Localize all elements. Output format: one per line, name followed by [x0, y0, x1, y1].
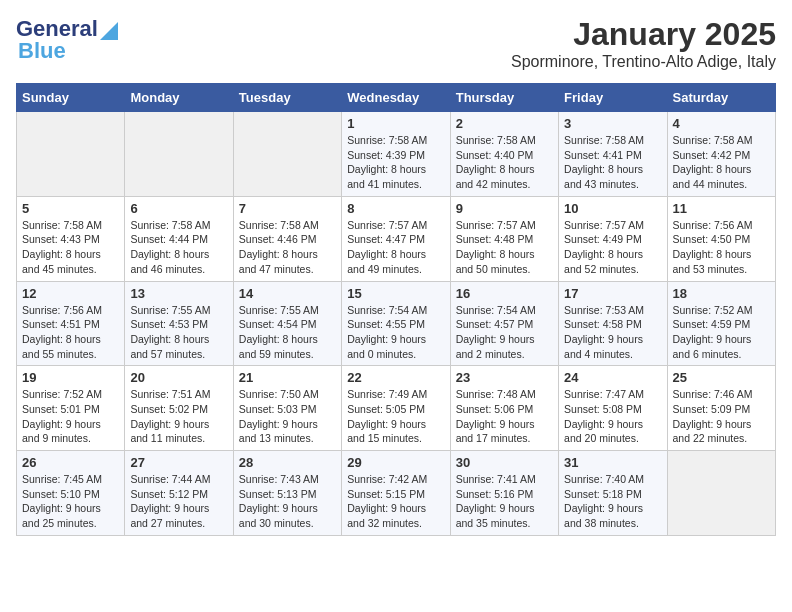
day-number: 25 — [673, 370, 770, 385]
cell-info: Sunrise: 7:52 AM Sunset: 4:59 PM Dayligh… — [673, 303, 770, 362]
cell-info: Sunrise: 7:43 AM Sunset: 5:13 PM Dayligh… — [239, 472, 336, 531]
cell-info: Sunrise: 7:58 AM Sunset: 4:43 PM Dayligh… — [22, 218, 119, 277]
day-number: 3 — [564, 116, 661, 131]
month-title: January 2025 — [511, 16, 776, 53]
calendar-cell: 5Sunrise: 7:58 AM Sunset: 4:43 PM Daylig… — [17, 196, 125, 281]
day-number: 27 — [130, 455, 227, 470]
cell-info: Sunrise: 7:53 AM Sunset: 4:58 PM Dayligh… — [564, 303, 661, 362]
logo-general: General — [16, 16, 98, 42]
day-number: 1 — [347, 116, 444, 131]
calendar-cell: 14Sunrise: 7:55 AM Sunset: 4:54 PM Dayli… — [233, 281, 341, 366]
day-number: 16 — [456, 286, 553, 301]
cell-info: Sunrise: 7:57 AM Sunset: 4:48 PM Dayligh… — [456, 218, 553, 277]
cell-info: Sunrise: 7:54 AM Sunset: 4:55 PM Dayligh… — [347, 303, 444, 362]
day-number: 20 — [130, 370, 227, 385]
cell-info: Sunrise: 7:41 AM Sunset: 5:16 PM Dayligh… — [456, 472, 553, 531]
cell-info: Sunrise: 7:54 AM Sunset: 4:57 PM Dayligh… — [456, 303, 553, 362]
calendar-cell: 10Sunrise: 7:57 AM Sunset: 4:49 PM Dayli… — [559, 196, 667, 281]
logo: General Blue — [16, 16, 118, 64]
calendar-cell: 12Sunrise: 7:56 AM Sunset: 4:51 PM Dayli… — [17, 281, 125, 366]
calendar-cell: 20Sunrise: 7:51 AM Sunset: 5:02 PM Dayli… — [125, 366, 233, 451]
cell-info: Sunrise: 7:58 AM Sunset: 4:41 PM Dayligh… — [564, 133, 661, 192]
day-number: 14 — [239, 286, 336, 301]
week-row-3: 12Sunrise: 7:56 AM Sunset: 4:51 PM Dayli… — [17, 281, 776, 366]
calendar-cell: 25Sunrise: 7:46 AM Sunset: 5:09 PM Dayli… — [667, 366, 775, 451]
calendar-cell — [233, 112, 341, 197]
calendar-cell: 28Sunrise: 7:43 AM Sunset: 5:13 PM Dayli… — [233, 451, 341, 536]
weekday-header-saturday: Saturday — [667, 84, 775, 112]
weekday-header-row: SundayMondayTuesdayWednesdayThursdayFrid… — [17, 84, 776, 112]
cell-info: Sunrise: 7:51 AM Sunset: 5:02 PM Dayligh… — [130, 387, 227, 446]
cell-info: Sunrise: 7:56 AM Sunset: 4:51 PM Dayligh… — [22, 303, 119, 362]
day-number: 9 — [456, 201, 553, 216]
cell-info: Sunrise: 7:55 AM Sunset: 4:53 PM Dayligh… — [130, 303, 227, 362]
day-number: 28 — [239, 455, 336, 470]
weekday-header-wednesday: Wednesday — [342, 84, 450, 112]
calendar-cell: 19Sunrise: 7:52 AM Sunset: 5:01 PM Dayli… — [17, 366, 125, 451]
day-number: 23 — [456, 370, 553, 385]
cell-info: Sunrise: 7:58 AM Sunset: 4:44 PM Dayligh… — [130, 218, 227, 277]
day-number: 6 — [130, 201, 227, 216]
calendar-cell: 26Sunrise: 7:45 AM Sunset: 5:10 PM Dayli… — [17, 451, 125, 536]
calendar-cell: 16Sunrise: 7:54 AM Sunset: 4:57 PM Dayli… — [450, 281, 558, 366]
cell-info: Sunrise: 7:58 AM Sunset: 4:40 PM Dayligh… — [456, 133, 553, 192]
calendar-cell: 21Sunrise: 7:50 AM Sunset: 5:03 PM Dayli… — [233, 366, 341, 451]
weekday-header-thursday: Thursday — [450, 84, 558, 112]
cell-info: Sunrise: 7:48 AM Sunset: 5:06 PM Dayligh… — [456, 387, 553, 446]
calendar-cell: 27Sunrise: 7:44 AM Sunset: 5:12 PM Dayli… — [125, 451, 233, 536]
day-number: 21 — [239, 370, 336, 385]
day-number: 12 — [22, 286, 119, 301]
calendar-cell: 15Sunrise: 7:54 AM Sunset: 4:55 PM Dayli… — [342, 281, 450, 366]
cell-info: Sunrise: 7:40 AM Sunset: 5:18 PM Dayligh… — [564, 472, 661, 531]
day-number: 22 — [347, 370, 444, 385]
cell-info: Sunrise: 7:58 AM Sunset: 4:42 PM Dayligh… — [673, 133, 770, 192]
day-number: 5 — [22, 201, 119, 216]
day-number: 18 — [673, 286, 770, 301]
weekday-header-tuesday: Tuesday — [233, 84, 341, 112]
calendar-cell: 3Sunrise: 7:58 AM Sunset: 4:41 PM Daylig… — [559, 112, 667, 197]
cell-info: Sunrise: 7:58 AM Sunset: 4:39 PM Dayligh… — [347, 133, 444, 192]
weekday-header-friday: Friday — [559, 84, 667, 112]
weekday-header-sunday: Sunday — [17, 84, 125, 112]
calendar-cell: 6Sunrise: 7:58 AM Sunset: 4:44 PM Daylig… — [125, 196, 233, 281]
cell-info: Sunrise: 7:56 AM Sunset: 4:50 PM Dayligh… — [673, 218, 770, 277]
day-number: 26 — [22, 455, 119, 470]
cell-info: Sunrise: 7:44 AM Sunset: 5:12 PM Dayligh… — [130, 472, 227, 531]
weekday-header-monday: Monday — [125, 84, 233, 112]
calendar-cell: 23Sunrise: 7:48 AM Sunset: 5:06 PM Dayli… — [450, 366, 558, 451]
calendar-cell: 22Sunrise: 7:49 AM Sunset: 5:05 PM Dayli… — [342, 366, 450, 451]
day-number: 15 — [347, 286, 444, 301]
calendar-cell: 1Sunrise: 7:58 AM Sunset: 4:39 PM Daylig… — [342, 112, 450, 197]
calendar-cell: 30Sunrise: 7:41 AM Sunset: 5:16 PM Dayli… — [450, 451, 558, 536]
calendar-cell — [667, 451, 775, 536]
week-row-1: 1Sunrise: 7:58 AM Sunset: 4:39 PM Daylig… — [17, 112, 776, 197]
calendar-cell: 18Sunrise: 7:52 AM Sunset: 4:59 PM Dayli… — [667, 281, 775, 366]
calendar-body: 1Sunrise: 7:58 AM Sunset: 4:39 PM Daylig… — [17, 112, 776, 536]
day-number: 29 — [347, 455, 444, 470]
calendar-cell — [125, 112, 233, 197]
calendar-cell: 29Sunrise: 7:42 AM Sunset: 5:15 PM Dayli… — [342, 451, 450, 536]
title-block: January 2025 Sporminore, Trentino-Alto A… — [511, 16, 776, 71]
cell-info: Sunrise: 7:46 AM Sunset: 5:09 PM Dayligh… — [673, 387, 770, 446]
day-number: 31 — [564, 455, 661, 470]
cell-info: Sunrise: 7:57 AM Sunset: 4:47 PM Dayligh… — [347, 218, 444, 277]
calendar-cell: 2Sunrise: 7:58 AM Sunset: 4:40 PM Daylig… — [450, 112, 558, 197]
day-number: 8 — [347, 201, 444, 216]
logo-triangle-icon — [100, 22, 118, 40]
location-title: Sporminore, Trentino-Alto Adige, Italy — [511, 53, 776, 71]
calendar-table: SundayMondayTuesdayWednesdayThursdayFrid… — [16, 83, 776, 536]
page-header: General Blue January 2025 Sporminore, Tr… — [16, 16, 776, 71]
cell-info: Sunrise: 7:49 AM Sunset: 5:05 PM Dayligh… — [347, 387, 444, 446]
day-number: 10 — [564, 201, 661, 216]
calendar-cell: 9Sunrise: 7:57 AM Sunset: 4:48 PM Daylig… — [450, 196, 558, 281]
day-number: 4 — [673, 116, 770, 131]
day-number: 17 — [564, 286, 661, 301]
cell-info: Sunrise: 7:52 AM Sunset: 5:01 PM Dayligh… — [22, 387, 119, 446]
cell-info: Sunrise: 7:58 AM Sunset: 4:46 PM Dayligh… — [239, 218, 336, 277]
calendar-cell: 4Sunrise: 7:58 AM Sunset: 4:42 PM Daylig… — [667, 112, 775, 197]
day-number: 19 — [22, 370, 119, 385]
day-number: 30 — [456, 455, 553, 470]
calendar-cell: 11Sunrise: 7:56 AM Sunset: 4:50 PM Dayli… — [667, 196, 775, 281]
day-number: 11 — [673, 201, 770, 216]
week-row-2: 5Sunrise: 7:58 AM Sunset: 4:43 PM Daylig… — [17, 196, 776, 281]
